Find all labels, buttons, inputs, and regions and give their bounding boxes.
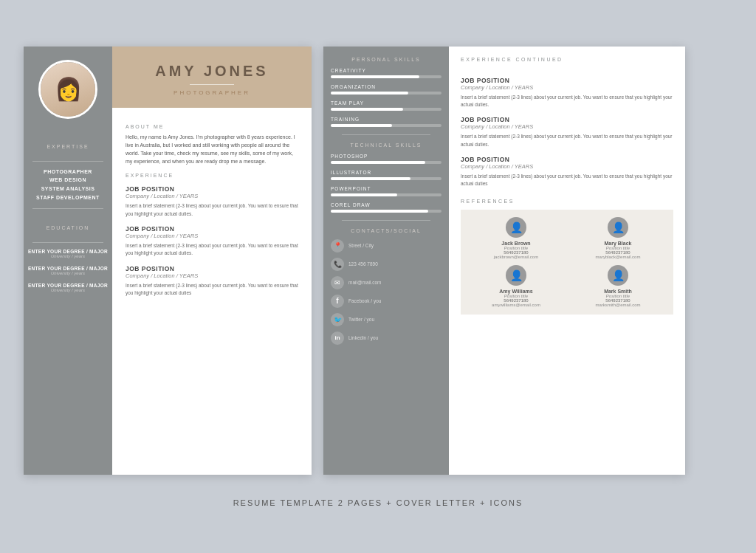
email-text: mail@mail.com <box>348 280 382 285</box>
ref-avatar-amy: 👤 <box>506 265 526 286</box>
personal-skills-label: PERSONAL SKILLS <box>331 57 441 62</box>
about-text: Hello, my name is Amy Jones. I'm photogr… <box>126 133 298 166</box>
skill-bar-bg-cd <box>331 210 441 213</box>
expertise-label: EXPERTISE <box>47 144 89 149</box>
skill-powerpoint: POWERPOINT <box>331 186 441 196</box>
linkedin-icon: in <box>331 332 344 345</box>
skills-panel: PERSONAL SKILLS CREATIVITY ORGANIZATION … <box>323 47 449 475</box>
exp-cont-job-2-desc: Insert a brief statement (2-3 lines) abo… <box>461 133 673 148</box>
address-text: Street / City <box>348 243 374 248</box>
degree-3-sub: University / years <box>28 288 108 292</box>
ref-jack-brown: 👤 Jack Brown Position title 5649237180 j… <box>468 217 564 259</box>
skill-photographer: PHOTOGRAPHER <box>44 168 92 176</box>
skill-bar-bg-ai <box>331 177 441 180</box>
skill-system-analysis: SYSTEM ANALYSIS <box>41 185 95 193</box>
experience-label: EXPERIENCE <box>126 173 298 178</box>
skill-creativity: CREATIVITY <box>331 68 441 78</box>
job-company-2: Company / Location / YEARS <box>126 233 298 239</box>
exp-cont-job-1-company: Company / Location / YEARS <box>461 84 673 91</box>
skill-bar-fill-cd <box>331 210 428 213</box>
skill-bar-bg-ps <box>331 161 441 164</box>
ref-name-jack: Jack Brown <box>501 241 530 246</box>
skill-bar-bg-creativity <box>331 75 441 78</box>
skill-bar-fill-ppt <box>331 193 397 196</box>
profession: PHOTOGRAPHER <box>120 89 304 96</box>
ref-avatar-jack: 👤 <box>506 217 526 238</box>
map-pin-icon: 📍 <box>331 239 344 253</box>
ref-email-amy: amywilliams@email.com <box>492 303 540 307</box>
page-2: PERSONAL SKILLS CREATIVITY ORGANIZATION … <box>323 47 685 475</box>
degree-2-sub: University / years <box>28 271 108 275</box>
exp-cont-job-3-desc: Insert a brief statement (2-3 lines) abo… <box>461 173 673 188</box>
page-1: 👩 EXPERTISE PHOTOGRAPHER WEB DESIGN SYST… <box>24 47 312 475</box>
skill-bar-fill-ps <box>331 161 425 164</box>
skill-bar-fill-creativity <box>331 75 419 78</box>
ref-amy-williams: 👤 Amy Williams Position title 5649237180… <box>468 265 564 307</box>
contact-address: 📍 Street / City <box>331 239 441 253</box>
job-company-1: Company / Location / YEARS <box>126 193 298 199</box>
job-desc-1: Insert a brief statement (2-3 lines) abo… <box>126 202 298 218</box>
exp-cont-job-3-company: Company / Location / YEARS <box>461 163 673 170</box>
exp-cont-job-2-title: JOB POSITION <box>461 116 673 123</box>
skills-divider-2 <box>342 220 430 221</box>
facebook-icon: f <box>331 295 344 308</box>
ref-avatar-mark: 👤 <box>608 265 628 286</box>
degree-1: ENTER YOUR DEGREE / MAJOR University / y… <box>28 249 108 258</box>
contact-facebook: f Facebook / you <box>331 295 441 308</box>
skill-coreldraw: COREL DRAW <box>331 202 441 213</box>
skill-name-org: ORGANIZATION <box>331 84 441 89</box>
skill-name-ppt: POWERPOINT <box>331 186 441 191</box>
skill-name-team: TEAM PLAY <box>331 100 441 106</box>
name-divider <box>190 84 234 85</box>
ref-mark-smith: 👤 Mark Smith Position title 5649237180 m… <box>570 265 666 307</box>
skill-web-design: WEB DESIGN <box>49 176 86 185</box>
skill-name-creativity: CREATIVITY <box>331 68 441 73</box>
linkedin-text: Linkedin / you <box>348 335 378 340</box>
page1-content: ABOUT ME Hello, my name is Amy Jones. I'… <box>112 108 312 475</box>
skill-organization: ORGANIZATION <box>331 84 441 95</box>
exp-cont-job-1-title: JOB POSITION <box>461 77 673 84</box>
skill-bar-bg-team <box>331 108 441 111</box>
job-company-3: Company / Location / YEARS <box>126 272 298 279</box>
job-title-2: JOB POSITION <box>126 225 298 233</box>
contact-twitter: 🐦 Twitter / you <box>331 313 441 326</box>
ref-name-mary: Mary Black <box>605 241 632 246</box>
job-desc-3: Insert a brief statement (2-3 lines) abo… <box>126 282 298 298</box>
contact-email: ✉ mail@mail.com <box>331 276 441 289</box>
skill-name-photoshop: PHOTOSHOP <box>331 154 441 159</box>
technical-skills-label: TECHNICAL SKILLS <box>331 142 441 148</box>
ref-name-amy: Amy Williams <box>499 289 532 294</box>
education-label: EDUCATION <box>47 225 90 230</box>
contacts-label: CONTACTS/SOCIAL <box>331 228 441 233</box>
divider <box>32 161 103 162</box>
skill-training: TRAINING <box>331 117 441 127</box>
divider-3 <box>32 242 103 243</box>
references-section: REFERENCES 👤 Jack Brown Position title 5… <box>461 199 673 315</box>
contact-linkedin: in Linkedin / you <box>331 332 441 345</box>
skill-bar-fill-ai <box>331 177 410 180</box>
phone-text: 123 456 7890 <box>348 261 378 267</box>
skill-photoshop: PHOTOSHOP <box>331 154 441 164</box>
ref-email-jack: jackbrown@email.com <box>494 255 538 259</box>
resume-pages: 👩 EXPERTISE PHOTOGRAPHER WEB DESIGN SYST… <box>24 47 732 475</box>
skill-bar-bg-training <box>331 124 441 127</box>
exp-cont-job-2-company: Company / Location / YEARS <box>461 123 673 130</box>
ref-mary-black: 👤 Mary Black Position title 5649237180 m… <box>570 217 666 259</box>
ref-name-mark: Mark Smith <box>604 289 632 294</box>
skill-bar-fill-team <box>331 108 403 111</box>
references-grid: 👤 Jack Brown Position title 5649237180 j… <box>461 210 673 315</box>
about-label: ABOUT ME <box>126 124 298 129</box>
ref-email-mary: maryblack@email.com <box>596 255 641 259</box>
skill-bar-fill-training <box>331 124 392 127</box>
ref-avatar-mary: 👤 <box>608 217 628 238</box>
skill-illustrator: ILLUSTRATOR <box>331 170 441 180</box>
full-name: AMY JONES <box>120 63 304 80</box>
degree-1-sub: University / years <box>28 254 108 258</box>
skill-name-cd: COREL DRAW <box>331 202 441 207</box>
contact-phone: 📞 123 456 7890 <box>331 258 441 271</box>
skill-staff-dev: STAFF DEVELOPMENT <box>36 193 100 202</box>
twitter-icon: 🐦 <box>331 313 344 326</box>
degree-1-title: ENTER YOUR DEGREE / MAJOR <box>28 249 108 254</box>
exp-continued-title: EXPERIENCE CONTINUED <box>461 57 673 62</box>
exp-cont-job-3-title: JOB POSITION <box>461 156 673 163</box>
